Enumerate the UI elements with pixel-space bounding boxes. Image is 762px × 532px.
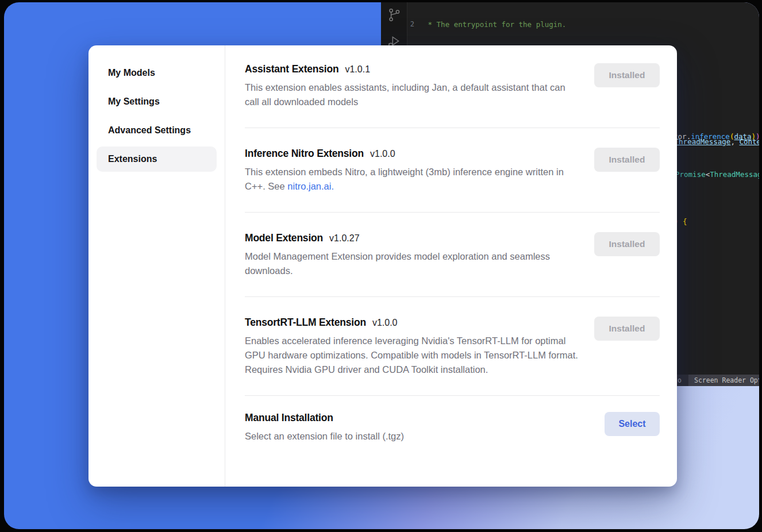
- extension-name: Model Extension: [245, 232, 323, 244]
- screenshot-stage: 2 * The entrypoint for the plugin. 3 */ …: [0, 0, 762, 532]
- sidebar-item-advanced-settings[interactable]: Advanced Settings: [97, 118, 217, 143]
- extension-description: This extension embeds Nitro, a lightweig…: [245, 165, 581, 194]
- extension-name: Inference Nitro Extension: [245, 148, 364, 160]
- extension-version: v1.0.1: [345, 64, 370, 75]
- screen-reader-badge[interactable]: Screen Reader Optimized: [688, 375, 759, 386]
- extension-row: Assistant Extension v1.0.1 This extensio…: [245, 63, 660, 128]
- extension-description: Model Management Extension provides mode…: [245, 249, 581, 278]
- extension-info: Inference Nitro Extension v1.0.0 This ex…: [245, 148, 581, 194]
- code-fragment: rator.inference(data));: [665, 132, 759, 141]
- manual-installation-title: Manual Installation: [245, 412, 333, 424]
- sidebar-item-extensions[interactable]: Extensions: [97, 147, 217, 172]
- manual-installation-row: Manual Installation Select an extension …: [245, 396, 660, 444]
- installed-button[interactable]: Installed: [594, 148, 660, 172]
- extension-name: Assistant Extension: [245, 63, 338, 75]
- extension-description: Enables accelerated inference leveraging…: [245, 334, 581, 377]
- code-text: * The entrypoint for the plugin.: [424, 20, 759, 29]
- extension-name: TensortRT-LLM Extension: [245, 317, 366, 329]
- extension-version: v1.0.0: [372, 318, 398, 328]
- extension-info: TensortRT-LLM Extension v1.0.0 Enables a…: [245, 317, 581, 377]
- extension-row: TensortRT-LLM Extension v1.0.0 Enables a…: [245, 297, 660, 396]
- extension-description: This extension enables assistants, inclu…: [245, 80, 581, 109]
- code-fragment: Promise<ThreadMessage>: [675, 169, 759, 179]
- settings-sidebar: My Models My Settings Advanced Settings …: [88, 45, 225, 487]
- installed-button[interactable]: Installed: [594, 317, 660, 341]
- extension-row: Model Extension v1.0.27 Model Management…: [245, 213, 660, 297]
- line-number: 2: [381, 20, 424, 29]
- select-button[interactable]: Select: [605, 412, 660, 436]
- extension-info: Manual Installation Select an extension …: [245, 412, 404, 444]
- extension-info: Assistant Extension v1.0.1 This extensio…: [245, 63, 581, 109]
- extension-info: Model Extension v1.0.27 Model Management…: [245, 232, 581, 278]
- settings-modal: My Models My Settings Advanced Settings …: [88, 45, 677, 487]
- code-line: 2 * The entrypoint for the plugin.: [381, 20, 759, 29]
- manual-installation-description: Select an extension file to install (.tg…: [245, 429, 404, 444]
- app-window: 2 * The entrypoint for the plugin. 3 */ …: [4, 2, 759, 529]
- extension-row: Inference Nitro Extension v1.0.0 This ex…: [245, 128, 660, 213]
- sidebar-item-my-settings[interactable]: My Settings: [97, 89, 217, 114]
- extension-version: v1.0.0: [370, 149, 395, 159]
- installed-button[interactable]: Installed: [594, 232, 660, 256]
- extensions-panel: Assistant Extension v1.0.1 This extensio…: [225, 45, 677, 487]
- extension-version: v1.0.27: [329, 233, 359, 244]
- installed-button[interactable]: Installed: [594, 63, 660, 87]
- sidebar-item-my-models[interactable]: My Models: [97, 60, 217, 86]
- nitro-jan-ai-link[interactable]: nitro.jan.ai.: [287, 181, 334, 191]
